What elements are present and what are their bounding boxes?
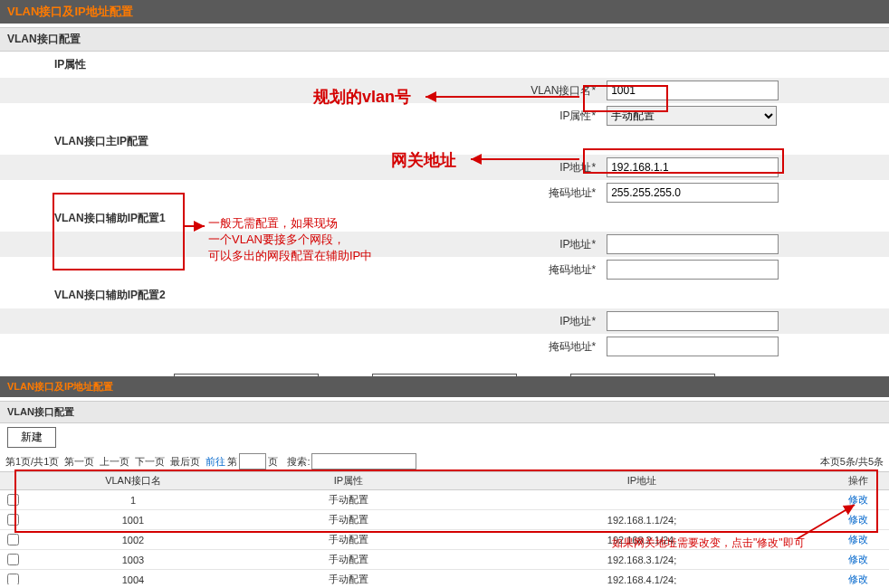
cell-attr: 手动配置 [241,550,456,570]
label-ip-addr: IP地址* [0,155,601,180]
pager-prev[interactable]: 上一页 [100,455,129,469]
modify-link[interactable]: 修改 [848,534,868,545]
pager-search-label: 搜索: [287,455,310,469]
group-main-ip: VLAN接口主IP配置 [0,128,889,155]
row-checkbox[interactable] [7,514,19,526]
cell-ip: 192.168.1.1/24; [456,510,827,530]
col-check [0,472,25,490]
group-aux2: VLAN接口辅助IP配置2 [0,282,889,308]
cell-attr: 手动配置 [241,530,456,550]
cell-name: 1002 [25,530,241,550]
table-row: 1手动配置修改 [0,490,889,510]
row-checkbox[interactable] [7,574,19,584]
row-checkbox[interactable] [7,534,19,545]
pager-right: 本页5条/共5条 [820,455,884,469]
label-aux1-mask: 掩码地址* [0,257,601,282]
pager-summary: 第1页/共1页 [5,455,59,469]
label-aux2-mask: 掩码地址* [0,334,601,359]
modify-link[interactable]: 修改 [848,554,868,564]
aux2-mask-input[interactable] [607,337,779,356]
pager-goto[interactable]: 前往 [206,455,225,469]
cell-name: 1001 [25,510,241,530]
table-row: 1004手动配置192.168.4.1/24;修改 [0,570,889,585]
section-title: VLAN接口配置 [0,27,889,52]
pager-page-input[interactable] [239,453,266,469]
row-checkbox[interactable] [7,494,19,506]
cell-ip: 192.168.4.1/24; [456,570,827,585]
bottom-panel: VLAN接口及IP地址配置 VLAN接口配置 新建 第1页/共1页 第一页 上一… [0,376,889,584]
col-attr: IP属性 [241,472,456,490]
cell-ip [456,490,827,510]
pager-first[interactable]: 第一页 [64,455,94,469]
cell-name: 1004 [25,570,241,585]
group-aux1: VLAN接口辅助IP配置1 [0,205,889,232]
mask-input[interactable] [607,183,779,203]
col-name: VLAN接口名 [25,472,241,490]
aux2-ip-input[interactable] [607,311,779,331]
pager-search-input[interactable] [311,453,416,469]
cell-attr: 手动配置 [241,510,456,530]
table-row: 1003手动配置192.168.3.1/24;修改 [0,550,889,570]
cell-name: 1 [25,490,241,510]
table-row: 1002手动配置192.168.2.1/24;修改 [0,530,889,550]
col-op: 操作 [827,472,889,490]
new-button[interactable]: 新建 [7,427,56,448]
modify-link[interactable]: 修改 [848,514,868,525]
bottom-section-title: VLAN接口配置 [0,401,889,423]
page-title: VLAN接口及IP地址配置 [0,0,889,24]
pager-goto-prefix: 第 [227,455,237,469]
label-aux1-ip: IP地址* [0,232,601,257]
pager-next[interactable]: 下一页 [135,455,165,469]
label-aux2-ip: IP地址* [0,308,601,334]
aux1-form: IP地址* 掩码地址* [0,232,889,282]
aux1-ip-input[interactable] [607,234,779,254]
row-checkbox[interactable] [7,554,19,565]
pager-last[interactable]: 最后页 [170,455,200,469]
group-ip-attr: IP属性 [0,52,889,78]
label-mask: 掩码地址* [0,180,601,205]
top-panel: VLAN接口及IP地址配置 VLAN接口配置 IP属性 VLAN接口名* IP属… [0,0,889,364]
modify-link[interactable]: 修改 [848,494,868,505]
cell-ip: 192.168.3.1/24; [456,550,827,570]
aux1-mask-input[interactable] [607,260,779,280]
cell-attr: 手动配置 [241,570,456,585]
vlan-table: VLAN接口名 IP属性 IP地址 操作 1手动配置修改1001手动配置192.… [0,471,889,584]
main-ip-form: IP地址* 掩码地址* [0,155,889,205]
bottom-page-title: VLAN接口及IP地址配置 [0,376,889,397]
ip-attr-select[interactable]: 手动配置 [607,106,777,126]
cell-attr: 手动配置 [241,490,456,510]
label-vlan-name: VLAN接口名* [0,78,601,103]
pager-goto-suffix: 页 [268,455,278,469]
ip-attr-form: VLAN接口名* IP属性* 手动配置 [0,78,889,128]
label-ip-attr: IP属性* [0,103,601,128]
aux2-form: IP地址* 掩码地址* [0,308,889,359]
modify-link[interactable]: 修改 [848,574,868,584]
pager: 第1页/共1页 第一页 上一页 下一页 最后页 前往 第 页 搜索: 本页5条/… [0,451,889,471]
col-ip: IP地址 [456,472,827,490]
vlan-name-input[interactable] [607,81,779,100]
cell-ip: 192.168.2.1/24; [456,530,827,550]
ip-addr-input[interactable] [607,157,779,177]
cell-name: 1003 [25,550,241,570]
table-row: 1001手动配置192.168.1.1/24;修改 [0,510,889,530]
